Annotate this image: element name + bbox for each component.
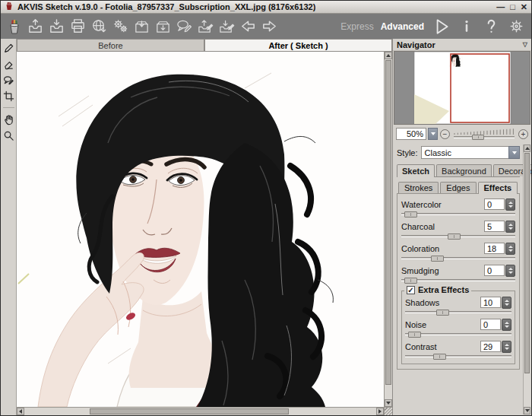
spinner-buttons[interactable] (502, 341, 511, 353)
zoom-slider[interactable] (452, 127, 516, 141)
spinner-buttons[interactable] (502, 297, 511, 309)
scroll-up-button[interactable] (385, 52, 392, 59)
express-mode-button[interactable]: Express (340, 21, 373, 32)
close-button[interactable]: ✕ (521, 3, 527, 11)
tab-after[interactable]: After ( Sketch ) (204, 39, 392, 51)
batch-processing-button[interactable] (110, 16, 131, 37)
help-button[interactable] (481, 16, 502, 37)
param-slider[interactable] (401, 256, 515, 262)
param-slider[interactable] (401, 233, 515, 240)
share-comment-button[interactable] (174, 16, 195, 37)
open-image-button[interactable] (25, 16, 46, 37)
param-slider-handle[interactable] (436, 310, 449, 316)
effects-tab-content: Watercolor 0 Charcoal 5 (397, 193, 520, 370)
resize-grip[interactable] (384, 407, 392, 415)
zoom-dropdown-button[interactable] (428, 128, 438, 140)
main-toolbar: Express Advanced (1, 14, 531, 39)
zoom-value-field[interactable]: 50% (396, 128, 426, 140)
panel-scroll-thumb[interactable] (524, 153, 530, 373)
print-button[interactable] (68, 16, 88, 37)
window-title: AKVIS Sketch v.19.0 - Fotolia_87957337_S… (17, 2, 315, 11)
redo-button[interactable] (259, 16, 280, 37)
panel-scroll-up-button[interactable] (524, 144, 530, 152)
zoom-in-button[interactable]: + (518, 129, 528, 139)
vertical-scroll-thumb[interactable] (385, 60, 391, 385)
param-slider-handle[interactable] (404, 278, 417, 284)
panel-scroll-down-button[interactable] (524, 407, 530, 414)
extra-effects-checkbox[interactable]: ✓ (407, 286, 415, 294)
extra-effects-label: Extra Effects (418, 285, 469, 294)
spinner-buttons[interactable] (505, 265, 515, 277)
zoom-tool-button[interactable] (2, 129, 15, 142)
param-slider-handle[interactable] (448, 233, 461, 240)
param-smudging: Smudging 0 (401, 264, 515, 284)
param-slider-handle[interactable] (431, 256, 444, 262)
save-image-button[interactable] (46, 16, 67, 37)
advanced-mode-button[interactable]: Advanced (381, 21, 424, 32)
panel-scrollbar[interactable] (523, 144, 530, 414)
canvas-horizontal-scrollbar[interactable] (17, 407, 384, 415)
akvis-logo[interactable] (4, 16, 24, 37)
param-slider-handle[interactable] (404, 211, 417, 218)
about-button[interactable] (456, 16, 477, 37)
style-dropdown-button[interactable] (508, 146, 520, 159)
eraser-tool-button[interactable] (2, 57, 15, 71)
param-slider[interactable] (401, 278, 515, 284)
export-presets-button[interactable] (153, 16, 173, 37)
subtab-effects[interactable]: Effects (478, 182, 518, 194)
param-value-field[interactable]: 0 (480, 319, 501, 330)
import-presets-button[interactable] (131, 16, 152, 37)
subtab-edges[interactable]: Edges (440, 182, 476, 193)
navigator-thumbnail[interactable] (394, 51, 530, 125)
collapse-triangle-icon[interactable]: ▽ (523, 41, 527, 48)
history-brush-tool-button[interactable] (2, 73, 15, 87)
export-to-web-button[interactable] (89, 16, 109, 37)
spinner-buttons[interactable] (505, 243, 515, 255)
stroke-direction-tool-button[interactable] (2, 41, 15, 55)
param-slider[interactable] (405, 310, 511, 316)
param-value-field[interactable]: 18 (484, 243, 505, 254)
param-noise: Noise 0 (405, 318, 511, 338)
canvas-vertical-scrollbar[interactable] (384, 52, 392, 407)
horizontal-scroll-thumb[interactable] (90, 408, 289, 414)
param-value-field[interactable]: 5 (484, 221, 505, 232)
hand-tool-button[interactable] (2, 113, 15, 126)
param-slider-handle[interactable] (408, 332, 421, 338)
param-slider[interactable] (405, 354, 511, 360)
navigator-title: Navigator (397, 40, 435, 49)
style-value: Classic (425, 148, 451, 157)
scroll-down-button[interactable] (385, 399, 392, 407)
tab-before[interactable]: Before (17, 39, 204, 51)
spinner-buttons[interactable] (505, 221, 515, 233)
scroll-right-button[interactable] (376, 408, 384, 415)
param-value-field[interactable]: 29 (480, 341, 501, 352)
akvis-sketch-window: AKVIS Sketch v.19.0 - Fotolia_87957337_S… (0, 0, 532, 416)
scroll-left-button[interactable] (17, 408, 24, 415)
image-canvas[interactable] (17, 52, 392, 415)
title-bar: AKVIS Sketch v.19.0 - Fotolia_87957337_S… (1, 1, 531, 14)
spinner-buttons[interactable] (502, 319, 511, 331)
param-slider[interactable] (401, 211, 515, 218)
run-button[interactable] (431, 16, 451, 37)
zoom-out-button[interactable]: − (440, 129, 450, 139)
style-select[interactable]: Classic (421, 146, 520, 159)
param-value-field[interactable]: 0 (484, 265, 505, 276)
spinner-buttons[interactable] (505, 198, 515, 211)
zoom-slider-handle[interactable] (472, 135, 484, 140)
preferences-button[interactable] (506, 16, 527, 37)
extra-effects-group: ✓ Extra Effects Shadows 10 Noise 0 (401, 291, 515, 364)
subtab-strokes[interactable]: Strokes (398, 182, 439, 193)
undo-button[interactable] (238, 16, 258, 37)
tab-sketch[interactable]: Sketch (397, 164, 435, 177)
param-value-field[interactable]: 10 (480, 297, 501, 308)
maximize-button[interactable]: □ (510, 3, 515, 11)
tab-background[interactable]: Background (436, 164, 492, 176)
export-edited-button[interactable] (217, 16, 237, 37)
param-slider[interactable] (405, 332, 511, 338)
import-edited-button[interactable] (195, 16, 216, 37)
param-value-field[interactable]: 0 (484, 198, 505, 210)
crop-tool-button[interactable] (2, 89, 15, 103)
minimize-button[interactable]: — (496, 3, 505, 11)
param-slider-handle[interactable] (433, 354, 446, 360)
sketch-portrait-image (17, 52, 384, 407)
